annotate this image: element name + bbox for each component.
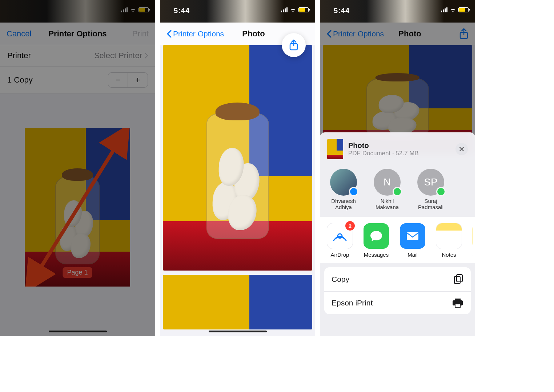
share-button-highlight[interactable]: [282, 33, 306, 57]
svg-rect-5: [454, 276, 460, 284]
person-suraj[interactable]: SP Suraj Padmasali: [414, 169, 447, 210]
printer-options-sheet: Cancel Printer Options Print Printer Sel…: [0, 23, 155, 336]
close-button[interactable]: [455, 143, 468, 155]
wifi-icon: [290, 7, 296, 12]
status-bar: 5:44: [160, 0, 315, 23]
person-name: Suraj Padmasali: [414, 198, 447, 210]
copies-label: 1 Copy: [7, 75, 33, 85]
person-name: Nikhil Makwana: [371, 198, 404, 210]
app-mail[interactable]: Mail: [400, 223, 425, 258]
snapchat-icon: [473, 223, 473, 249]
copy-icon: [453, 274, 463, 285]
app-label: Notes: [436, 252, 462, 258]
airdrop-badge-icon: [349, 187, 358, 196]
phone-2-preview: 5:44 Printer Options Photo: [160, 0, 315, 336]
page-title: Printer Options: [48, 29, 107, 39]
app-messages[interactable]: Messages: [364, 223, 389, 258]
messages-icon: [369, 228, 384, 244]
app-notes[interactable]: Notes: [436, 223, 462, 258]
svg-rect-8: [455, 299, 461, 301]
document-subtitle: PDF Document · 52.7 MB: [348, 150, 419, 157]
home-indicator[interactable]: [49, 331, 107, 332]
person-dhvanesh[interactable]: Dhvanesh Adhiya: [327, 169, 360, 210]
share-sheet: Photo PDF Document · 52.7 MB Dhvanesh Ad…: [320, 132, 475, 336]
airdrop-people-row[interactable]: Dhvanesh Adhiya N Nikhil Makwana SP Sura…: [320, 166, 475, 217]
back-button[interactable]: Printer Options: [166, 29, 224, 38]
print-preview-thumbnail[interactable]: Page 1: [25, 128, 130, 287]
battery-icon: [458, 7, 469, 12]
status-time: 5:44: [174, 7, 190, 15]
copies-row: 1 Copy − +: [0, 67, 155, 94]
copies-stepper[interactable]: − +: [108, 72, 148, 88]
cellular-icon: [281, 7, 288, 12]
status-bar: [0, 0, 155, 23]
status-time: 5:44: [334, 7, 350, 15]
notes-icon: [436, 223, 462, 249]
options-list: Printer Select Printer 1 Copy − +: [0, 45, 155, 94]
cancel-button[interactable]: Cancel: [7, 29, 31, 39]
share-actions-list: Copy Epson iPrint: [324, 267, 471, 314]
printer-row[interactable]: Printer Select Printer: [0, 45, 155, 67]
svg-rect-9: [455, 304, 460, 307]
print-button[interactable]: Print: [132, 29, 149, 39]
printer-row-label: Printer: [7, 51, 31, 60]
navbar: Cancel Printer Options Print: [0, 23, 155, 45]
action-epson-iprint[interactable]: Epson iPrint: [324, 292, 471, 314]
share-icon: [289, 39, 298, 51]
back-label: Printer Options: [173, 29, 224, 38]
app-label: Mail: [400, 252, 425, 258]
share-header: Photo PDF Document · 52.7 MB: [320, 132, 475, 166]
action-copy[interactable]: Copy: [324, 267, 471, 292]
cellular-icon: [441, 7, 447, 12]
app-label: AirDrop: [327, 252, 353, 258]
notification-badge: 2: [345, 221, 355, 231]
messages-badge-icon: [393, 187, 402, 196]
cellular-icon: [121, 7, 128, 12]
airdrop-icon: [332, 228, 348, 244]
close-icon: [459, 147, 464, 152]
svg-rect-4: [407, 232, 418, 240]
mail-icon: [405, 228, 421, 244]
stepper-minus-button[interactable]: −: [108, 73, 128, 87]
page-title: Photo: [242, 29, 265, 39]
messages-badge-icon: [436, 187, 446, 196]
avatar-initials: SP: [424, 176, 437, 188]
person-name: Dhvanesh Adhiya: [327, 198, 360, 210]
printer-row-value: Select Printer: [94, 51, 142, 60]
photo-preview-area[interactable]: [163, 45, 312, 336]
phone-3-share-sheet: 5:44 Printer Options Photo: [320, 0, 475, 336]
photo-page-1: [163, 45, 312, 271]
share-apps-row[interactable]: 2 AirDrop Messages Mail: [320, 217, 475, 263]
chevron-left-icon: [166, 30, 172, 38]
person-nikhil[interactable]: N Nikhil Makwana: [371, 169, 404, 210]
wifi-icon: [450, 7, 456, 12]
navbar: Printer Options Photo: [160, 23, 315, 45]
status-bar: 5:44: [320, 0, 475, 23]
battery-icon: [298, 7, 309, 12]
action-label: Copy: [332, 275, 349, 284]
document-thumbnail: [327, 139, 343, 159]
home-indicator[interactable]: [209, 331, 267, 332]
stepper-plus-button[interactable]: +: [128, 73, 148, 87]
photo-page-2: [163, 275, 312, 329]
app-label: Messages: [364, 252, 389, 258]
page-tag: Page 1: [63, 267, 92, 278]
avatar-initials: N: [384, 176, 391, 188]
action-label: Epson iPrint: [332, 299, 373, 307]
app-snapchat-partial[interactable]: Sn: [473, 223, 473, 258]
document-title: Photo: [348, 141, 419, 150]
app-label: Sn: [473, 252, 473, 258]
svg-rect-6: [457, 275, 462, 282]
printer-icon: [452, 298, 463, 308]
phone-1-printer-options: Cancel Printer Options Print Printer Sel…: [0, 0, 155, 336]
app-airdrop[interactable]: 2 AirDrop: [327, 223, 353, 258]
battery-icon: [138, 7, 149, 12]
chevron-right-icon: [144, 53, 148, 59]
wifi-icon: [130, 7, 136, 12]
